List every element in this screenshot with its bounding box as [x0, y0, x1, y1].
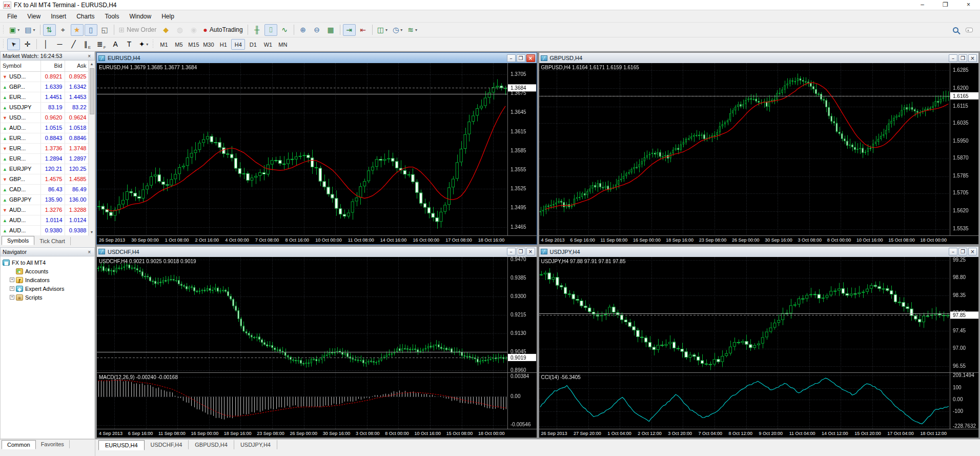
navigator-toggle-button[interactable]: ▯	[85, 24, 97, 36]
timeframe-mn[interactable]: MN	[276, 39, 290, 50]
table-row[interactable]: ▼EUR...1.37361.3748	[1, 143, 89, 153]
tab-common[interactable]: Common	[2, 440, 36, 449]
expand-icon[interactable]: +	[10, 295, 14, 300]
crosshair-target-button[interactable]: ⌖	[57, 24, 70, 36]
trendline-tool-button[interactable]: ╱	[67, 38, 80, 50]
toolbar-grip[interactable]	[152, 39, 154, 49]
table-row[interactable]: ▲EUR...1.28941.2897	[1, 153, 89, 164]
menu-file[interactable]: File	[2, 11, 22, 22]
menu-window[interactable]: Window	[125, 11, 157, 22]
price-chart-canvas[interactable]	[539, 63, 979, 235]
table-row[interactable]: ▲AUD...1.05151.0518	[1, 123, 89, 133]
timeframe-h1[interactable]: H1	[216, 39, 230, 50]
timeframe-d1[interactable]: D1	[246, 39, 260, 50]
tree-item-fx-to-all-mt4[interactable]: ▦FX to All MT4	[1, 258, 94, 267]
chart-close-button[interactable]: ×	[526, 54, 535, 62]
table-row[interactable]: ▲CAD...86.4386.49	[1, 184, 89, 194]
scroll-thumb[interactable]	[90, 68, 94, 114]
table-row[interactable]: ▲GBPJPY135.90136.00	[1, 194, 89, 205]
table-row[interactable]: ▲USDJPY83.1983.22	[1, 102, 89, 112]
close-button[interactable]: ×	[957, 0, 980, 10]
periods-button[interactable]: ◷▾	[391, 24, 404, 36]
column-header-symbol[interactable]: Symbol	[1, 61, 40, 71]
chart-shift-button[interactable]: ⇤	[357, 24, 370, 36]
chat-icon[interactable]	[966, 28, 973, 32]
tile-windows-button[interactable]: ▦	[324, 24, 337, 36]
timeframe-w1[interactable]: W1	[261, 39, 275, 50]
table-row[interactable]: ▲AUD...0.93800.9388	[1, 225, 89, 235]
zoom-out-button[interactable]: ⊖	[311, 24, 323, 36]
table-row[interactable]: ▼AUD...1.32761.3288	[1, 205, 89, 215]
chart-window-eurusd[interactable]: ╱ EURUSD,H4 – ❐ × EURUSD,H4 1.3679 1.368…	[96, 52, 537, 245]
chart-restore-button[interactable]: ❐	[958, 248, 967, 255]
toolbar-grip[interactable]	[2, 25, 5, 34]
chart-titlebar[interactable]: ╱ GBPUSD,H4 – ❐ ×	[539, 53, 979, 63]
chart-minimize-button[interactable]: –	[507, 248, 516, 255]
candlestick-mode-button[interactable]: ⌷	[264, 24, 277, 36]
chart-minimize-button[interactable]: –	[507, 54, 516, 62]
tree-item-indicators[interactable]: +ƒIndicators	[1, 275, 94, 284]
table-row[interactable]: ▲EURJPY120.21120.25	[1, 164, 89, 174]
horizontal-line-tool-button[interactable]: ─	[53, 38, 66, 50]
line-chart-mode-button[interactable]: ∿	[278, 24, 291, 36]
expand-icon[interactable]: +	[10, 277, 14, 282]
tab-tick-chart[interactable]: Tick Chart	[34, 237, 71, 245]
price-chart-canvas[interactable]	[539, 257, 979, 373]
table-row[interactable]: ▲AUD...1.01141.0124	[1, 215, 89, 225]
tree-item-accounts[interactable]: ●Accounts	[1, 267, 94, 275]
channel-tool-button[interactable]: ∥E	[81, 38, 94, 50]
macd-indicator-canvas[interactable]	[97, 373, 537, 429]
timeframe-m5[interactable]: M5	[172, 39, 186, 50]
chart-minimize-button[interactable]: –	[949, 248, 957, 255]
price-chart-canvas[interactable]	[97, 63, 537, 235]
vertical-line-tool-button[interactable]: │	[39, 38, 52, 50]
autotrading-button[interactable]: ●AutoTrading	[201, 24, 244, 36]
zoom-in-button[interactable]: ⊕	[297, 24, 310, 36]
column-header-bid[interactable]: Bid	[40, 61, 65, 71]
chart-restore-button[interactable]: ❐	[517, 54, 525, 62]
minimize-button[interactable]: –	[911, 0, 934, 10]
market-watch-toggle-button[interactable]: ★	[71, 24, 84, 36]
chart-profiles-button[interactable]: ▤▾	[23, 24, 37, 36]
chart-restore-button[interactable]: ❐	[517, 248, 525, 255]
timeframe-m30[interactable]: M30	[201, 39, 215, 50]
navigator-close-icon[interactable]: ×	[86, 249, 92, 255]
tree-item-scripts[interactable]: +≡Scripts	[1, 293, 94, 302]
terminal-toggle-button[interactable]: ◱	[98, 24, 111, 36]
templates-button[interactable]: ◫▾	[375, 24, 390, 36]
column-header-ask[interactable]: Ask	[65, 61, 89, 71]
chart-close-button[interactable]: ×	[968, 54, 977, 62]
crosshair-tool-button[interactable]: ✛	[21, 38, 34, 50]
refresh-symbols-button[interactable]: ⇅	[43, 24, 56, 36]
timeframe-m15[interactable]: M15	[187, 39, 200, 50]
arrows-tool-button[interactable]: ✦▾	[137, 38, 151, 50]
metaeditor-button[interactable]: ◆	[159, 24, 172, 36]
chart-tab-eurusd-h4[interactable]: EURUSD,H4	[98, 440, 145, 450]
chart-restore-button[interactable]: ❐	[958, 54, 967, 62]
auto-scroll-button[interactable]: ⇥	[343, 24, 356, 36]
price-chart-canvas[interactable]	[97, 257, 537, 373]
menu-help[interactable]: Help	[156, 11, 179, 22]
maximize-button[interactable]: ❐	[934, 0, 957, 10]
chart-window-gbpusd[interactable]: ╱ GBPUSD,H4 – ❐ × GBPUSD,H4 1.6164 1.617…	[539, 52, 979, 245]
table-row[interactable]: ▼USD...0.96200.9624	[1, 112, 89, 123]
cci-indicator-canvas[interactable]	[539, 373, 979, 429]
text-tool-button[interactable]: A	[109, 38, 122, 50]
menu-insert[interactable]: Insert	[46, 11, 71, 22]
table-row[interactable]: ▲EUR...0.88430.8846	[1, 133, 89, 143]
market-watch-close-icon[interactable]: ×	[86, 53, 92, 59]
chart-titlebar[interactable]: ╱ USDJPY,H4 – ❐ ×	[539, 247, 979, 257]
bar-chart-mode-button[interactable]: ╫	[251, 24, 263, 36]
table-row[interactable]: ▼GBP...1.45751.4585	[1, 174, 89, 184]
menu-tools[interactable]: Tools	[100, 11, 125, 22]
timeframe-h4[interactable]: H4	[231, 39, 245, 50]
chart-close-button[interactable]: ×	[526, 248, 535, 255]
chart-window-usdchf[interactable]: ╱ USDCHF,H4 – ❐ × USDCHF,H4 0.9021 0.902…	[96, 246, 537, 439]
chart-tab-usdjpy-h4[interactable]: USDJPY,H4	[234, 440, 277, 449]
indicators-list-button[interactable]: ≋▾	[405, 24, 419, 36]
menu-view[interactable]: View	[22, 11, 46, 22]
tab-symbols[interactable]: Symbols	[2, 236, 34, 245]
toolbar-grip[interactable]	[2, 39, 5, 49]
cursor-tool-button[interactable]: ➤	[7, 38, 20, 50]
chart-window-usdjpy[interactable]: ╱ USDJPY,H4 – ❐ × USDJPY,H4 97.88 97.91 …	[539, 246, 979, 439]
